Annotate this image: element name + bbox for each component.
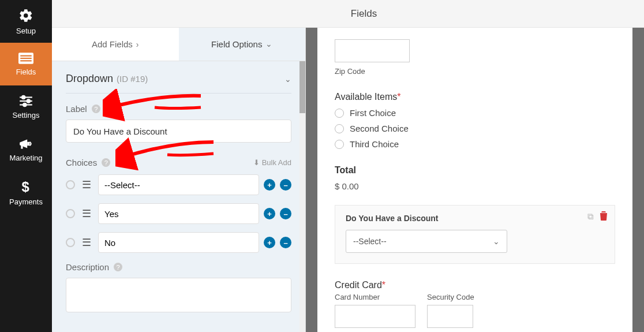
tab-add-fields[interactable]: Add Fields › xyxy=(52,28,179,61)
drag-handle-icon[interactable]: ☰ xyxy=(80,207,93,220)
drag-handle-icon[interactable]: ☰ xyxy=(80,178,93,191)
topbar: Fields xyxy=(52,0,644,28)
available-option[interactable]: Third Choice xyxy=(335,139,615,149)
discount-select[interactable]: --Select-- ⌄ xyxy=(346,230,507,253)
label-text: Label xyxy=(66,104,87,114)
svg-point-7 xyxy=(27,99,30,102)
description-label: Description xyxy=(66,262,109,272)
sidebar-item-marketing[interactable]: Marketing xyxy=(0,128,52,171)
svg-rect-10 xyxy=(27,141,29,146)
security-code-col: Security Code xyxy=(427,293,474,328)
duplicate-icon[interactable]: ⧉ xyxy=(587,211,594,222)
default-radio[interactable] xyxy=(66,238,75,247)
zip-label: Zip Code xyxy=(335,67,615,76)
panel-scroll: Dropdown (ID #19) ⌄ Label ? Choices ? xyxy=(52,61,305,332)
drag-handle-icon[interactable]: ☰ xyxy=(80,236,93,249)
remove-choice-button[interactable]: – xyxy=(280,179,291,191)
add-choice-button[interactable]: + xyxy=(264,237,275,248)
help-icon[interactable]: ? xyxy=(114,263,122,271)
sidebar-item-payments[interactable]: $ Payments xyxy=(0,171,52,214)
choice-row: ☰ + – xyxy=(66,232,291,253)
choice-input[interactable] xyxy=(98,174,259,195)
bullhorn-icon xyxy=(18,137,33,150)
choice-input[interactable] xyxy=(98,232,259,253)
chevron-down-icon[interactable]: ⌄ xyxy=(284,74,291,84)
content-row: Add Fields › Field Options ⌄ Dropdown (I… xyxy=(52,28,644,332)
sidebar-item-setup[interactable]: Setup xyxy=(0,0,52,43)
sidebar-item-label: Fields xyxy=(16,68,36,76)
page-title: Fields xyxy=(351,8,377,20)
option-label: Third Choice xyxy=(350,139,399,149)
radio-icon xyxy=(335,140,344,149)
add-choice-button[interactable]: + xyxy=(264,208,275,219)
credit-card-row: Card Number Security Code xyxy=(335,293,615,328)
choice-row: ☰ + – xyxy=(66,203,291,224)
total-label: Total xyxy=(335,165,615,176)
dollar-icon: $ xyxy=(21,179,31,194)
bulk-add-label: Bulk Add xyxy=(262,158,291,167)
card-number-input[interactable] xyxy=(335,305,415,328)
chevron-down-icon: ⌄ xyxy=(265,39,272,49)
security-code-label: Security Code xyxy=(427,293,474,301)
tab-field-options[interactable]: Field Options ⌄ xyxy=(179,28,306,61)
field-section-head[interactable]: Dropdown (ID #19) ⌄ xyxy=(66,73,291,94)
total-value: $ 0.00 xyxy=(335,181,615,191)
svg-text:$: $ xyxy=(21,179,29,194)
label-row: Label ? xyxy=(66,104,291,114)
preview-wrap: Zip Code Available Items* First Choice S… xyxy=(306,28,644,332)
sidebar-item-settings[interactable]: Settings xyxy=(0,85,52,128)
remove-choice-button[interactable]: – xyxy=(280,237,291,248)
svg-rect-11 xyxy=(21,145,23,148)
available-items-label: Available Items* xyxy=(335,92,615,102)
choices-head: Choices ? ⬇ Bulk Add xyxy=(66,158,291,167)
field-id: (ID #19) xyxy=(117,74,148,84)
description-section: Description ? xyxy=(66,262,291,312)
sidebar-item-label: Setup xyxy=(16,27,36,35)
sidebar-item-fields[interactable]: Fields xyxy=(0,43,52,85)
field-label-input[interactable] xyxy=(66,120,291,143)
svg-point-5 xyxy=(22,95,25,98)
available-option[interactable]: First Choice xyxy=(335,108,615,118)
bulk-add-button[interactable]: ⬇ Bulk Add xyxy=(253,158,291,167)
svg-rect-2 xyxy=(20,57,32,58)
required-asterisk: * xyxy=(397,92,400,102)
trash-icon[interactable] xyxy=(600,211,608,222)
tab-label: Field Options xyxy=(211,39,262,49)
option-label: Second Choice xyxy=(350,124,409,133)
sidebar-item-label: Settings xyxy=(13,111,40,120)
required-asterisk: * xyxy=(382,280,385,290)
form-preview: Zip Code Available Items* First Choice S… xyxy=(317,28,632,332)
remove-choice-button[interactable]: – xyxy=(280,208,291,219)
default-radio[interactable] xyxy=(66,180,75,189)
main-sidebar: Setup Fields Settings Marketing $ Paymen… xyxy=(0,0,52,332)
gear-icon xyxy=(18,8,33,23)
tab-label: Add Fields xyxy=(92,39,133,49)
list-icon xyxy=(18,53,33,64)
select-value: --Select-- xyxy=(353,237,387,246)
field-options-panel: Add Fields › Field Options ⌄ Dropdown (I… xyxy=(52,28,306,332)
help-icon[interactable]: ? xyxy=(92,105,100,113)
option-label: First Choice xyxy=(350,108,396,118)
choice-input[interactable] xyxy=(98,203,259,224)
default-radio[interactable] xyxy=(66,209,75,218)
help-icon[interactable]: ? xyxy=(102,158,110,167)
zip-input[interactable] xyxy=(335,39,410,62)
card-number-col: Card Number xyxy=(335,293,415,328)
credit-card-label: Credit Card* xyxy=(335,280,615,290)
security-code-input[interactable] xyxy=(427,305,473,328)
svg-rect-3 xyxy=(20,60,32,61)
panel-tabs: Add Fields › Field Options ⌄ xyxy=(52,28,305,61)
sliders-icon xyxy=(18,95,33,107)
add-choice-button[interactable]: + xyxy=(264,179,275,191)
radio-icon xyxy=(335,109,344,118)
description-textarea[interactable] xyxy=(66,278,291,312)
svg-point-9 xyxy=(23,103,26,106)
sidebar-item-label: Payments xyxy=(9,197,43,206)
discount-label: Do You Have a Discount xyxy=(346,214,604,223)
svg-rect-1 xyxy=(20,55,32,56)
available-option[interactable]: Second Choice xyxy=(335,124,615,133)
sidebar-item-label: Marketing xyxy=(9,154,42,162)
card-number-label: Card Number xyxy=(335,293,415,301)
discount-field-block[interactable]: ⧉ Do You Have a Discount --Select-- ⌄ xyxy=(335,205,615,264)
choice-row: ☰ + – xyxy=(66,174,291,195)
